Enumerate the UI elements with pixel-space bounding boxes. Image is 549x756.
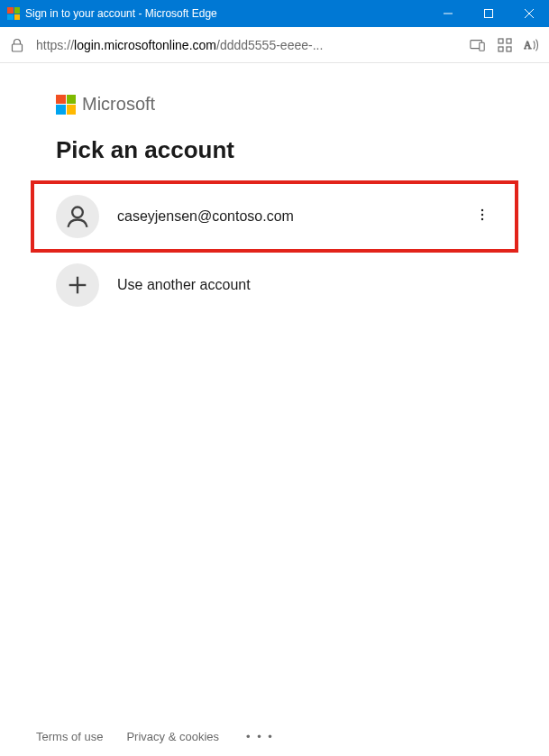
- footer: Terms of use Privacy & cookies • • •: [0, 717, 549, 756]
- svg-rect-10: [507, 47, 511, 51]
- svg-rect-8: [507, 39, 511, 43]
- svg-point-15: [481, 218, 483, 220]
- window-titlebar: Sign in to your account - Microsoft Edge: [0, 0, 549, 27]
- svg-point-13: [481, 209, 483, 211]
- footer-privacy-link[interactable]: Privacy & cookies: [126, 730, 219, 743]
- use-another-label: Use another account: [117, 277, 493, 293]
- window-title: Sign in to your account - Microsoft Edge: [25, 7, 427, 20]
- svg-rect-4: [13, 44, 23, 51]
- url-path: /dddd5555-eeee-...: [216, 38, 323, 52]
- footer-terms-link[interactable]: Terms of use: [36, 730, 103, 743]
- main-content: Microsoft Pick an account caseyjensen@co…: [0, 63, 549, 319]
- footer-more-button[interactable]: • • •: [242, 730, 278, 743]
- plus-icon: [56, 263, 99, 307]
- svg-rect-7: [499, 39, 503, 43]
- svg-point-14: [481, 214, 483, 216]
- account-more-button[interactable]: [471, 204, 493, 229]
- read-aloud-icon[interactable]: A: [524, 37, 540, 53]
- brand-name: Microsoft: [82, 94, 155, 115]
- window-controls: [427, 0, 549, 27]
- account-email: caseyjensen@contoso.com: [117, 208, 453, 225]
- page-heading: Pick an account: [56, 136, 493, 164]
- address-url[interactable]: https://login.microsoftonline.com/dddd55…: [36, 38, 459, 52]
- person-icon: [56, 195, 99, 238]
- url-host: login.microsoftonline.com: [74, 38, 216, 52]
- window-minimize-button[interactable]: [427, 0, 468, 27]
- svg-rect-9: [499, 47, 503, 51]
- account-tile[interactable]: caseyjensen@contoso.com: [32, 182, 517, 251]
- microsoft-logo-icon: [56, 95, 76, 115]
- address-bar: https://login.microsoftonline.com/dddd55…: [0, 27, 549, 63]
- microsoft-logo-icon: [7, 7, 20, 20]
- account-list: caseyjensen@contoso.com Use another acco…: [32, 182, 517, 319]
- window-close-button[interactable]: [508, 0, 549, 27]
- qr-icon[interactable]: [497, 37, 513, 53]
- brand-row: Microsoft: [56, 94, 493, 115]
- device-sync-icon[interactable]: [470, 37, 486, 53]
- use-another-account-tile[interactable]: Use another account: [32, 251, 517, 319]
- lock-icon[interactable]: [9, 37, 25, 53]
- svg-point-12: [72, 207, 83, 218]
- svg-text:A: A: [524, 40, 532, 51]
- url-prefix: https://: [36, 38, 74, 52]
- window-maximize-button[interactable]: [468, 0, 508, 27]
- svg-rect-6: [480, 42, 484, 51]
- svg-rect-1: [484, 10, 492, 18]
